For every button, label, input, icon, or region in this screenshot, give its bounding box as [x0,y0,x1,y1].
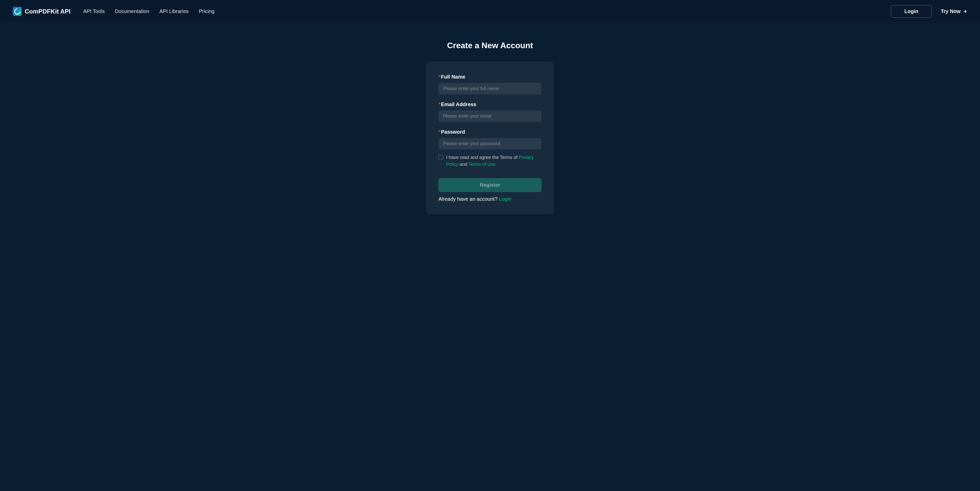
header-right: Login Try Now [891,5,967,17]
password-input[interactable] [438,138,542,149]
header-left: ComPDFKit API API Tools Documentation AP… [13,7,215,16]
full-name-input[interactable] [438,83,542,94]
email-label: *Email Address [438,102,542,107]
nav-documentation[interactable]: Documentation [115,8,149,14]
logo-text: ComPDFKit API [25,8,70,15]
full-name-label: *Full Name [438,74,542,80]
nav-api-libraries[interactable]: API Libraries [159,8,189,14]
agreement-label: I have read and agree the Terms of Priva… [446,154,542,168]
agreement-prefix: I have read and agree the Terms of [446,155,519,160]
main-header: ComPDFKit API API Tools Documentation AP… [0,0,980,23]
signup-form-card: *Full Name *Email Address *Password I ha… [426,62,554,214]
agreement-checkbox[interactable] [438,155,443,159]
terms-of-use-link[interactable]: Terms of Use [469,162,496,167]
password-label-text: Password [441,129,465,135]
page-title: Create a New Account [447,41,533,50]
full-name-label-text: Full Name [441,74,466,79]
nav-api-tools[interactable]: API Tools [83,8,105,14]
agreement-and: and [458,162,469,167]
nav-pricing[interactable]: Pricing [199,8,215,14]
nav-links: API Tools Documentation API Libraries Pr… [83,8,215,14]
password-label: *Password [438,129,542,135]
login-prompt: Already have an account? Login [438,196,542,202]
required-asterisk-icon: * [438,129,441,135]
login-link[interactable]: Login [499,196,511,202]
try-now-button[interactable]: Try Now [941,8,967,14]
password-group: *Password [438,129,542,149]
email-label-text: Email Address [441,102,476,107]
try-now-label: Try Now [941,8,961,14]
register-button[interactable]: Register [438,178,542,192]
email-input[interactable] [438,110,542,122]
logo-section[interactable]: ComPDFKit API [13,7,70,16]
agreement-checkbox-group: I have read and agree the Terms of Priva… [438,154,542,168]
required-asterisk-icon: * [438,102,441,107]
full-name-group: *Full Name [438,74,542,94]
email-group: *Email Address [438,102,542,122]
header-login-button[interactable]: Login [891,5,932,17]
logo-icon [13,7,22,16]
required-asterisk-icon: * [438,74,441,79]
arrow-right-icon [963,9,967,14]
login-prompt-text: Already have an account? [438,196,499,202]
main-content: Create a New Account *Full Name *Email A… [0,23,980,230]
